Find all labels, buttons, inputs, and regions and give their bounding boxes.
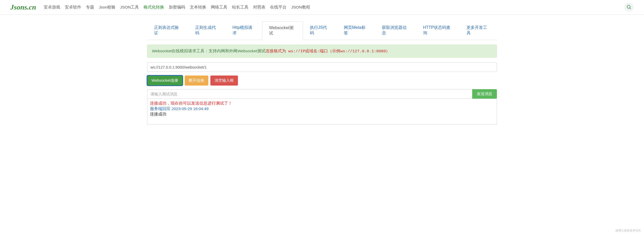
nav-item-10[interactable]: 对照表 bbox=[253, 5, 265, 10]
nav-item-3[interactable]: Json校验 bbox=[99, 5, 115, 10]
nav-item-12[interactable]: JSON教程 bbox=[291, 5, 310, 10]
alert-example: 连接格式为 ws://IP或域名:端口（示例ws://127.0.0.1:808… bbox=[265, 49, 390, 54]
nav-item-4[interactable]: JSON工具 bbox=[120, 5, 139, 10]
clear-button[interactable]: 清空输入框 bbox=[210, 76, 238, 86]
send-button[interactable]: 发送消息 bbox=[472, 89, 497, 99]
subtab-7[interactable]: HTTP状态码查询 bbox=[416, 21, 460, 40]
site-logo[interactable]: Jsons.cn bbox=[10, 3, 36, 11]
subtab-4[interactable]: 执行JS代码 bbox=[303, 21, 337, 40]
search-button[interactable] bbox=[624, 3, 634, 12]
nav-item-8[interactable]: 网络工具 bbox=[211, 5, 227, 10]
nav-item-5[interactable]: 格式化转换 bbox=[144, 5, 164, 10]
nav-item-11[interactable]: 在线平台 bbox=[270, 5, 287, 10]
subtab-6[interactable]: 获取浏览器信息 bbox=[375, 21, 416, 40]
subtab-5[interactable]: 网页Meta标签 bbox=[337, 21, 375, 40]
connect-button[interactable]: Websocket连接 bbox=[147, 76, 183, 86]
nav-item-1[interactable]: 安卓软件 bbox=[65, 5, 81, 10]
subtab-2[interactable]: Http模拟请求 bbox=[226, 21, 262, 40]
log-panel: 连接成功，现在你可以发送信息进行测试了！ 服务端回应 2023-05-29 16… bbox=[147, 99, 497, 124]
subtab-0[interactable]: 正则表达式验证 bbox=[147, 21, 188, 40]
log-status: 连接成功 bbox=[150, 112, 494, 117]
search-icon bbox=[627, 5, 632, 10]
nav-item-0[interactable]: 安卓游戏 bbox=[44, 5, 60, 10]
subtab-3[interactable]: Websocket测试 bbox=[262, 21, 303, 40]
subtab-1[interactable]: 正则生成代码 bbox=[188, 21, 226, 40]
log-success: 连接成功，现在你可以发送信息进行测试了！ bbox=[150, 101, 494, 106]
nav-item-9[interactable]: 站长工具 bbox=[232, 5, 248, 10]
nav-item-6[interactable]: 加密编码 bbox=[169, 5, 185, 10]
svg-point-0 bbox=[627, 5, 630, 9]
subtab-8[interactable]: 更多开发工具 bbox=[460, 21, 497, 40]
log-server-response: 服务端回应 2023-05-29 16:04:49 bbox=[150, 106, 494, 112]
message-input[interactable] bbox=[147, 89, 472, 99]
svg-line-1 bbox=[630, 8, 631, 9]
alert-text: Websocket在线模拟请求工具：支持内网和外网Websocket测试 bbox=[152, 49, 265, 53]
websocket-url-input[interactable] bbox=[147, 62, 497, 72]
info-alert: Websocket在线模拟请求工具：支持内网和外网Websocket测试连接格式… bbox=[147, 45, 497, 58]
disconnect-button[interactable]: 断开连接 bbox=[185, 76, 208, 86]
nav-item-2[interactable]: 专题 bbox=[86, 5, 94, 10]
nav-item-7[interactable]: 文本转换 bbox=[190, 5, 206, 10]
